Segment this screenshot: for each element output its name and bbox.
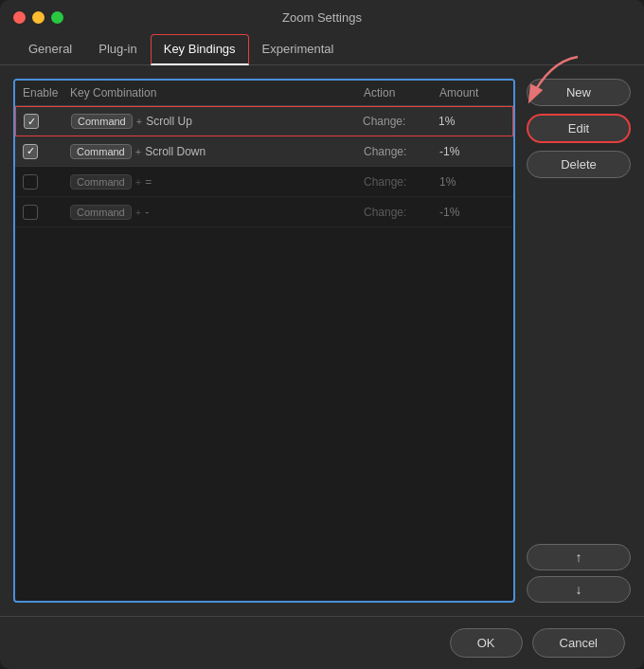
row3-key: =	[145, 175, 152, 189]
table-row[interactable]: Command + = Change: 1%	[15, 167, 513, 197]
ok-button[interactable]: OK	[450, 628, 523, 658]
row3-key-combo: Command + =	[70, 174, 364, 190]
table-row[interactable]: Command + Scroll Up Change: 1%	[15, 106, 513, 136]
move-up-button[interactable]: ↑	[527, 544, 631, 570]
table-header: Enable Key Combination Action Amount	[15, 81, 513, 106]
zoom-settings-window: Zoom Settings General Plug-in Key Bindin…	[0, 0, 644, 669]
col-action: Action	[364, 86, 439, 99]
minimize-button[interactable]	[32, 11, 45, 24]
row3-amount: 1%	[439, 175, 506, 189]
cancel-button[interactable]: Cancel	[532, 628, 625, 658]
row4-plus: +	[135, 207, 141, 218]
row1-checkbox[interactable]	[24, 114, 39, 129]
row4-amount: -1%	[439, 206, 506, 219]
row3-checkbox[interactable]	[23, 174, 38, 190]
row1-command: Command	[71, 114, 133, 129]
maximize-button[interactable]	[51, 11, 63, 24]
edit-button[interactable]: Edit	[527, 114, 631, 143]
table-row[interactable]: Command + Scroll Down Change: -1%	[15, 136, 513, 167]
row2-action: Change:	[364, 145, 439, 158]
row4-action: Change:	[364, 206, 439, 219]
row2-checkbox[interactable]	[23, 144, 38, 159]
tab-plugin[interactable]: Plug-in	[85, 34, 150, 65]
row2-plus: +	[135, 146, 141, 157]
row3-command: Command	[70, 174, 132, 190]
row3-action: Change:	[364, 175, 439, 189]
right-panel: New Edit Delete ↑ ↓	[527, 79, 631, 603]
tab-general[interactable]: General	[15, 34, 85, 65]
row4-key: -	[145, 206, 149, 219]
col-amount: Amount	[439, 86, 506, 99]
row1-plus: +	[136, 116, 142, 127]
row1-key-combo: Command + Scroll Up	[71, 114, 363, 129]
traffic-lights	[13, 11, 63, 24]
row2-key-combo: Command + Scroll Down	[70, 144, 364, 159]
col-enable: Enable	[23, 86, 70, 99]
title-bar: Zoom Settings	[0, 0, 644, 34]
row4-checkbox[interactable]	[23, 205, 38, 220]
row4-command: Command	[70, 205, 132, 220]
move-down-button[interactable]: ↓	[527, 576, 631, 603]
row1-key: Scroll Up	[146, 115, 192, 128]
tab-experimental[interactable]: Experimental	[249, 34, 348, 65]
delete-button[interactable]: Delete	[527, 151, 631, 178]
keybindings-table-panel: Enable Key Combination Action Amount Com…	[13, 79, 515, 603]
row4-key-combo: Command + -	[70, 205, 364, 220]
row1-amount: 1%	[438, 115, 505, 128]
table-row[interactable]: Command + - Change: -1%	[15, 197, 513, 227]
close-button[interactable]	[13, 11, 26, 24]
row3-plus: +	[135, 176, 141, 188]
tab-keybindings[interactable]: Key Bindings	[151, 34, 249, 65]
footer: OK Cancel	[0, 616, 644, 669]
table-body: Command + Scroll Up Change: 1% Command +…	[15, 106, 513, 601]
row2-key: Scroll Down	[145, 145, 206, 158]
content-area: Enable Key Combination Action Amount Com…	[0, 65, 644, 616]
row1-action: Change:	[363, 115, 438, 128]
new-button[interactable]: New	[527, 79, 631, 106]
spacer	[527, 186, 631, 536]
row2-command: Command	[70, 144, 132, 159]
arrow-buttons: ↑ ↓	[527, 544, 631, 603]
col-key-combination: Key Combination	[70, 86, 364, 99]
row2-amount: -1%	[439, 145, 506, 158]
window-title: Zoom Settings	[282, 10, 362, 25]
tab-bar: General Plug-in Key Bindings Experimenta…	[0, 34, 644, 65]
